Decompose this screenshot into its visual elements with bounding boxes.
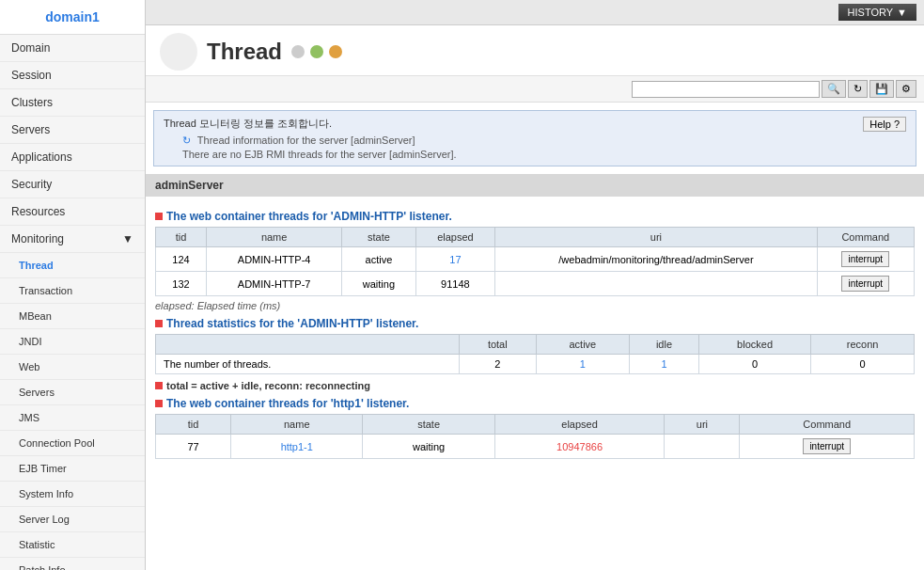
sidebar-domain-header[interactable]: domain1 [0,0,145,35]
sidebar-item-security[interactable]: Security [0,171,145,198]
col-label [156,335,460,355]
sidebar-item-statistic[interactable]: Statistic [0,532,145,558]
sidebar-item-server-log[interactable]: Server Log [0,507,145,532]
header-circle [160,33,197,71]
stats-note: total = active + idle, reconn: reconnect… [155,380,915,391]
sidebar-item-mbean[interactable]: MBean [0,304,145,329]
thread-table-3: tid name state elapsed uri Command 77 ht… [155,414,915,459]
sidebar-item-ejb-timer[interactable]: EJB Timer [0,456,145,482]
domain-label: domain1 [45,9,100,24]
cell-tid: 124 [156,247,207,272]
col-uri-1: uri [495,228,817,247]
info-box: Help ? Thread 모니터링 정보를 조회합니다. ↻ Thread i… [153,110,916,166]
cell-name: ADMIN-HTTP-4 [206,247,341,272]
sidebar-item-session[interactable]: Session [0,62,145,89]
col-uri-3: uri [665,415,740,435]
cell-command: interrupt [817,272,914,296]
topbar: HISTORY ▼ [146,0,924,25]
cell-state: waiting [363,435,494,459]
thread-table-1: tid name state elapsed uri Command 124 A… [155,227,915,296]
sidebar-item-resources[interactable]: Resources [0,198,145,226]
sidebar-item-clusters[interactable]: Clusters [0,89,145,117]
dot-orange [329,45,342,58]
cell-uri [495,272,817,296]
cell-thread-label: The number of threads. [156,355,460,374]
col-command-3: Command [740,415,915,435]
sidebar-item-transaction[interactable]: Transaction [0,278,145,304]
cell-elapsed: 17 [415,247,495,272]
interrupt-button[interactable]: interrupt [841,276,889,292]
subsection1-title: The web container threads for 'ADMIN-HTT… [155,210,915,223]
col-state-1: state [342,228,415,247]
table-row: The number of threads. 2 1 1 0 0 [156,355,915,374]
cell-active: 1 [536,355,629,374]
toolbar: 🔍 ↻ 💾 ⚙ [146,76,924,103]
search-input[interactable] [632,81,820,98]
sidebar-item-applications[interactable]: Applications [0,144,145,171]
page-header: Thread [146,25,924,76]
cell-total: 2 [459,355,536,374]
col-active: active [536,335,629,355]
sidebar-item-servers2[interactable]: Servers [0,380,145,405]
search-button[interactable]: 🔍 [822,80,846,98]
sidebar-item-jms[interactable]: JMS [0,405,145,431]
history-button[interactable]: HISTORY ▼ [838,4,916,21]
col-elapsed-3: elapsed [494,415,665,435]
refresh-button[interactable]: ↻ [848,80,868,98]
page-title: Thread [207,39,282,65]
table-row: 132 ADMIN-HTTP-7 waiting 91148 interrupt [156,272,915,296]
content-area: Thread 🔍 ↻ 💾 ⚙ [146,25,924,570]
main-panel: HISTORY ▼ Thread 🔍 ↻ [146,0,924,570]
dot-gray [291,45,305,58]
col-idle: idle [629,335,698,355]
cell-command: interrupt [740,435,915,459]
dot-green [310,45,323,58]
question-icon: ? [894,119,900,130]
chevron-down-icon: ▼ [122,232,133,245]
col-name-3: name [231,415,363,435]
col-state-3: state [363,415,494,435]
sidebar-item-monitoring[interactable]: Monitoring ▼ [0,226,145,253]
sidebar-item-connection-pool[interactable]: Connection Pool [0,431,145,456]
col-command-1: Command [817,228,914,247]
gear-icon: ⚙ [901,83,911,94]
table-row: 124 ADMIN-HTTP-4 active 17 /webadmin/mon… [156,247,915,272]
sidebar-item-system-info[interactable]: System Info [0,482,145,507]
cell-uri [665,435,740,459]
col-reconn: reconn [811,335,915,355]
sidebar-item-thread[interactable]: Thread [0,253,145,278]
sidebar: domain1 Domain Session Clusters Servers … [0,0,146,570]
sidebar-item-web[interactable]: Web [0,355,145,380]
col-elapsed-1: elapsed [415,228,495,247]
subsection2-title: Thread statistics for the 'ADMIN-HTTP' l… [155,317,915,330]
note1: elapsed: Elapsed time (ms) [155,300,915,311]
interrupt-button[interactable]: interrupt [803,438,851,454]
col-tid-1: tid [156,228,207,247]
sidebar-item-jndi[interactable]: JNDI [0,329,145,355]
cell-state: waiting [342,272,415,296]
refresh-small-icon: ↻ [182,135,191,146]
header-dots [291,45,342,58]
cell-command: interrupt [817,247,914,272]
info-msg-1: ↻ Thread information for the server [adm… [182,135,906,147]
sidebar-item-servers[interactable]: Servers [0,117,145,144]
cell-idle: 1 [629,355,698,374]
search-icon: 🔍 [827,83,840,94]
subsection3-title: The web container threads for 'http1' li… [155,397,915,410]
stats-table: total active idle blocked reconn The num… [155,334,915,374]
table-row: 77 http1-1 waiting 10947866 interrupt [156,435,915,459]
refresh-icon: ↻ [854,83,862,94]
cell-uri: /webadmin/monitoring/thread/adminServer [495,247,817,272]
help-button[interactable]: Help ? [863,117,906,132]
settings-button[interactable]: ⚙ [896,80,916,98]
cell-elapsed: 10947866 [494,435,665,459]
interrupt-button[interactable]: interrupt [841,251,889,267]
sidebar-item-patch-info[interactable]: Patch Info [0,558,145,570]
section-header: adminServer [146,174,924,197]
cell-tid: 77 [156,435,231,459]
sidebar-item-domain[interactable]: Domain [0,35,145,62]
col-name-1: name [206,228,341,247]
export-button[interactable]: 💾 [869,80,894,98]
chevron-down-icon: ▼ [897,7,907,18]
section-content: The web container threads for 'ADMIN-HTT… [146,197,924,467]
